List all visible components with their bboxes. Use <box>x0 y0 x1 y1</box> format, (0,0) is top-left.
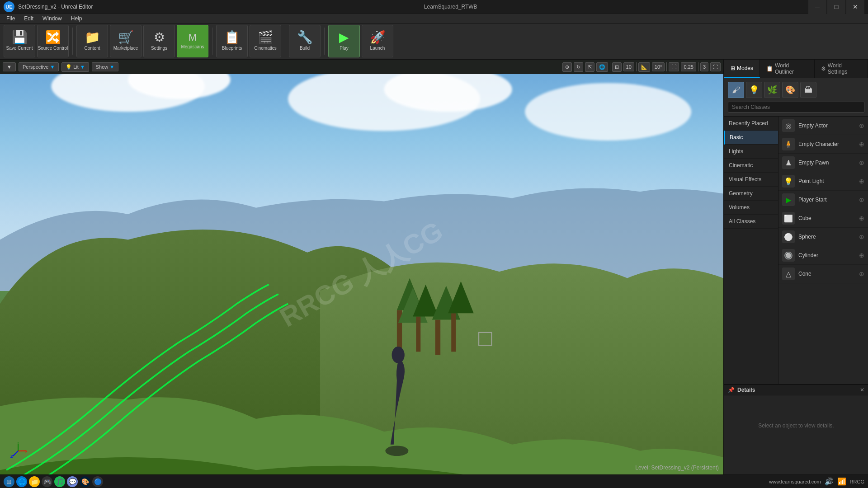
foliage-mode-button[interactable]: 🎨 <box>782 82 798 98</box>
landscape-mode-button[interactable]: 🌿 <box>764 82 780 98</box>
world-outliner-tab-label: World Outliner <box>775 62 808 75</box>
tab-world-outliner[interactable]: 📋 World Outliner <box>760 60 815 78</box>
taskbar-other[interactable]: 🔵 <box>92 476 103 487</box>
placement-mode-button[interactable]: 🖌 <box>728 82 744 98</box>
grid-value-button[interactable]: 10 <box>623 62 634 71</box>
taskbar-photoshop[interactable]: 🎨 <box>80 476 90 487</box>
category-cinematic[interactable]: Cinematic <box>724 159 778 173</box>
actor-sphere[interactable]: ⚪ Sphere ⊕ <box>778 228 868 246</box>
marketplace-button[interactable]: 🛒 Marketplace <box>110 25 142 57</box>
cinematics-button[interactable]: 🎬 Cinematics <box>250 25 281 57</box>
viewport-dropdown-button[interactable]: ▼ <box>3 62 16 71</box>
taskbar-explorer[interactable]: 📁 <box>29 476 40 487</box>
actor-empty-actor[interactable]: ◎ Empty Actor ⊕ <box>778 117 868 135</box>
category-volumes[interactable]: Volumes <box>724 201 778 215</box>
empty-pawn-label: Empty Pawn <box>798 160 855 166</box>
blueprints-button[interactable]: 📋 Blueprints <box>216 25 248 57</box>
launch-button[interactable]: 🚀 Launch <box>362 25 393 57</box>
svg-point-16 <box>385 446 408 456</box>
lit-button[interactable]: 💡 Lit ▼ <box>61 62 89 72</box>
maximize-button[interactable]: □ <box>827 0 845 14</box>
actor-player-start[interactable]: ▶ Player Start ⊕ <box>778 191 868 209</box>
minimize-button[interactable]: ─ <box>808 0 826 14</box>
taskbar-wifi-icon[interactable]: 📶 <box>837 477 846 486</box>
viewport[interactable]: ▼ Perspective ▼ 💡 Lit ▼ Show ▼ ⊕ ↻ ⇱ 🌐 ⊞ <box>0 60 723 474</box>
tab-modes[interactable]: ⊞ Modes <box>724 60 760 78</box>
category-recently-placed[interactable]: Recently Placed <box>724 117 778 131</box>
axis-svg: X Y Z <box>9 442 27 460</box>
save-current-button[interactable]: 💾 Save Current <box>4 25 35 57</box>
category-lights[interactable]: Lights <box>724 145 778 159</box>
details-close-button[interactable]: ✕ <box>860 387 864 393</box>
transform-button[interactable]: ⊕ <box>562 62 572 72</box>
scale-button[interactable]: ⇱ <box>585 62 594 72</box>
point-light-icon: 💡 <box>782 175 795 188</box>
grid-surface-button[interactable]: ⊞ <box>612 62 622 72</box>
content-button[interactable]: 📁 Content <box>76 25 108 57</box>
scale-snap-button[interactable]: ⛶ <box>669 62 679 71</box>
taskbar-discord[interactable]: 💬 <box>67 476 78 487</box>
taskbar-volume-icon[interactable]: 🔊 <box>825 477 834 486</box>
menubar: File Edit Window Help <box>0 14 868 23</box>
taskbar-spotify[interactable]: 🎵 <box>54 476 65 487</box>
paint-mode-button[interactable]: 💡 <box>746 82 762 98</box>
actor-cube[interactable]: ⬜ Cube ⊕ <box>778 209 868 228</box>
launch-icon: 🚀 <box>370 31 386 44</box>
category-all-classes[interactable]: All Classes <box>724 215 778 229</box>
world-button[interactable]: 🌐 <box>596 62 608 72</box>
play-button[interactable]: ▶ Play <box>328 25 360 57</box>
actor-cylinder[interactable]: 🔘 Cylinder ⊕ <box>778 246 868 265</box>
settings-button[interactable]: ⚙ Settings <box>143 25 175 57</box>
cylinder-label: Cylinder <box>798 252 855 258</box>
menu-window[interactable]: Window <box>38 14 66 23</box>
snap-button[interactable]: 📐 <box>638 62 650 72</box>
camera-speed-button[interactable]: 3 <box>700 62 708 71</box>
rotate-button[interactable]: ↻ <box>574 62 583 72</box>
menu-help[interactable]: Help <box>66 14 87 23</box>
category-visual-effects[interactable]: Visual Effects <box>724 173 778 187</box>
scale-value-button[interactable]: 0.25 <box>681 62 696 71</box>
blueprints-icon: 📋 <box>224 31 240 44</box>
viewport-right-controls: ⊕ ↻ ⇱ 🌐 ⊞ 10 📐 10° ⛶ 0.25 3 ⛶ <box>562 62 721 72</box>
taskbar-time: RRCG <box>850 479 864 484</box>
build-label: Build <box>300 46 310 51</box>
world-outliner-icon: 📋 <box>766 66 773 72</box>
menu-edit[interactable]: Edit <box>19 14 38 23</box>
maximize-viewport-button[interactable]: ⛶ <box>710 62 721 71</box>
marketplace-label: Marketplace <box>113 46 138 51</box>
search-classes-input[interactable] <box>728 102 864 113</box>
category-geometry[interactable]: Geometry <box>724 187 778 201</box>
build-button[interactable]: 🔧 Build <box>289 25 321 57</box>
actor-point-light[interactable]: 💡 Point Light ⊕ <box>778 172 868 191</box>
settings-label: Settings <box>151 46 167 51</box>
play-label: Play <box>340 46 348 51</box>
show-dropdown-icon: ▼ <box>109 64 114 70</box>
sphere-label: Sphere <box>798 234 855 240</box>
category-basic[interactable]: Basic <box>724 131 778 145</box>
player-start-label: Player Start <box>798 197 855 203</box>
svg-point-17 <box>392 347 405 363</box>
windows-start-button[interactable]: ⊞ <box>4 476 14 487</box>
actor-empty-pawn[interactable]: ♟ Empty Pawn ⊕ <box>778 154 868 172</box>
modes-tab-label: Modes <box>737 65 753 71</box>
menu-file[interactable]: File <box>2 14 19 23</box>
megascans-button[interactable]: M Megascans <box>177 25 208 57</box>
marketplace-icon: 🛒 <box>118 31 134 44</box>
source-control-button[interactable]: 🔀 Source Control <box>37 25 69 57</box>
actor-empty-character[interactable]: 🧍 Empty Character ⊕ <box>778 135 868 154</box>
launch-label: Launch <box>370 46 385 51</box>
toolbar-separator-1 <box>72 28 73 55</box>
taskbar-ue4[interactable]: 🎮 <box>42 476 52 487</box>
svg-rect-11 <box>435 320 440 355</box>
tab-world-settings[interactable]: ⚙ World Settings <box>815 60 868 78</box>
perspective-button[interactable]: Perspective ▼ <box>19 62 59 71</box>
close-button[interactable]: ✕ <box>846 0 864 14</box>
taskbar-edge[interactable]: 🌐 <box>16 476 27 487</box>
taskbar-right: www.learnsquared.com 🔊 📶 RRCG <box>769 477 864 486</box>
geometry-mode-button[interactable]: 🏔 <box>800 82 816 98</box>
snap-value-button[interactable]: 10° <box>652 62 665 71</box>
cube-icon: ⬜ <box>782 212 795 225</box>
add-point-light-icon: ⊕ <box>859 178 864 185</box>
show-button[interactable]: Show ▼ <box>92 62 118 71</box>
actor-cone[interactable]: △ Cone ⊕ <box>778 265 868 283</box>
